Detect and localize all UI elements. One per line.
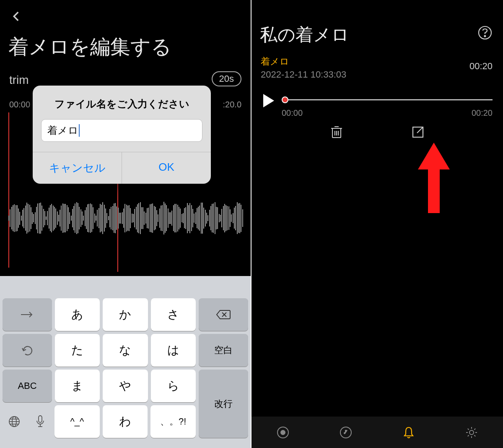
- play-button[interactable]: [261, 93, 276, 108]
- key-abc[interactable]: ABC: [3, 370, 52, 402]
- page-title: 着メロを編集する: [8, 34, 171, 60]
- key-ya[interactable]: や: [103, 370, 148, 402]
- progress-knob[interactable]: [282, 96, 288, 103]
- svg-marker-13: [263, 94, 274, 107]
- timeline-start: 00:00: [9, 100, 30, 109]
- key-wa[interactable]: わ: [103, 405, 148, 438]
- timeline-end: :20.0: [223, 100, 241, 109]
- svg-line-21: [417, 127, 423, 133]
- key-mic[interactable]: [29, 405, 52, 438]
- trim-label: trim: [9, 73, 29, 87]
- key-ma[interactable]: ま: [55, 370, 100, 402]
- key-punct[interactable]: 、。?!: [150, 405, 196, 438]
- delete-icon[interactable]: [329, 125, 344, 139]
- key-ha[interactable]: は: [151, 334, 196, 367]
- svg-point-12: [485, 36, 486, 37]
- filename-input[interactable]: 着メロ: [41, 119, 202, 142]
- key-next[interactable]: [3, 298, 52, 331]
- dialog-title: ファイル名をご入力ください: [33, 86, 211, 119]
- filename-dialog: ファイル名をご入力ください 着メロ キャンセル OK: [33, 86, 211, 184]
- keyboard: あ か さ た な は 空白 ABC ま や ら 改行 ^_^ わ 、。?!: [0, 276, 251, 448]
- export-icon[interactable]: [411, 125, 425, 139]
- svg-marker-22: [418, 143, 450, 213]
- page-title: 私の着メロ: [260, 23, 349, 47]
- duration-badge[interactable]: 20s: [212, 71, 241, 86]
- progress-start-time: 00:00: [282, 108, 303, 118]
- waveform[interactable]: [8, 180, 242, 256]
- ok-button[interactable]: OK: [122, 152, 211, 184]
- key-sa[interactable]: さ: [151, 298, 196, 331]
- back-button[interactable]: [9, 9, 23, 23]
- key-ka[interactable]: か: [103, 298, 148, 331]
- key-ra[interactable]: ら: [151, 370, 196, 402]
- key-undo[interactable]: [3, 334, 52, 367]
- input-value: 着メロ: [47, 124, 78, 137]
- svg-point-26: [469, 430, 474, 435]
- tab-bell-icon[interactable]: [402, 426, 415, 439]
- svg-rect-8: [39, 416, 42, 422]
- annotation-arrow: [417, 143, 451, 214]
- key-backspace[interactable]: [199, 298, 248, 331]
- tab-record-icon[interactable]: [276, 426, 290, 439]
- svg-point-24: [281, 430, 285, 435]
- key-ta[interactable]: た: [55, 334, 100, 367]
- tab-music-icon[interactable]: [339, 426, 353, 439]
- help-icon[interactable]: [477, 25, 493, 40]
- tab-settings-icon[interactable]: [465, 426, 478, 439]
- ringtone-name[interactable]: 着メロ: [261, 55, 289, 68]
- key-na[interactable]: な: [103, 334, 148, 367]
- cancel-button[interactable]: キャンセル: [33, 152, 122, 184]
- key-a[interactable]: あ: [55, 298, 100, 331]
- key-emoji[interactable]: ^_^: [54, 405, 100, 438]
- tab-bar: [252, 417, 503, 448]
- ringtone-duration: 00:20: [469, 61, 493, 72]
- progress-bar[interactable]: [282, 99, 493, 100]
- key-globe[interactable]: [3, 405, 26, 438]
- progress-end-time: 00:20: [472, 108, 493, 118]
- ringtone-date: 2022-12-11 10:33:03: [261, 69, 346, 80]
- key-space[interactable]: 空白: [199, 334, 248, 367]
